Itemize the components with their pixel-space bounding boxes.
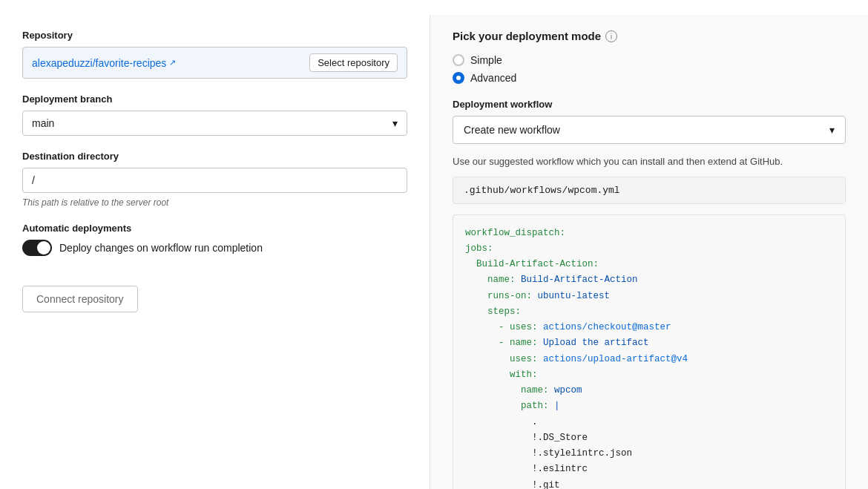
destination-dir-label: Destination directory bbox=[22, 151, 407, 162]
repository-label: Repository bbox=[22, 30, 407, 41]
workflow-dropdown[interactable]: Create new workflow ▾ bbox=[453, 116, 846, 144]
deployment-branch-section: Deployment branch main ▾ bbox=[22, 93, 407, 136]
code-line: uses: actions/upload-artifact@v4 bbox=[465, 352, 833, 367]
auto-deploy-label: Automatic deployments bbox=[22, 223, 407, 234]
code-line: steps: bbox=[465, 304, 833, 320]
code-line: with: bbox=[465, 367, 833, 383]
destination-dir-hint: This path is relative to the server root bbox=[22, 197, 407, 208]
info-icon[interactable]: i bbox=[605, 30, 617, 42]
workflow-dropdown-value: Create new workflow bbox=[464, 124, 560, 136]
left-panel: Repository alexapeduzzi/favorite-recipes… bbox=[0, 15, 430, 489]
code-line: name: Build-Artifact-Action bbox=[465, 272, 833, 288]
auto-deploy-toggle-row: Deploy changes on workflow run completio… bbox=[22, 240, 407, 256]
branch-value: main bbox=[32, 117, 54, 129]
radio-simple-label: Simple bbox=[470, 54, 502, 66]
auto-deploy-toggle-label: Deploy changes on workflow run completio… bbox=[59, 242, 263, 254]
select-repository-button[interactable]: Select repository bbox=[309, 53, 398, 72]
code-line: name: wpcom bbox=[465, 383, 833, 398]
deploy-mode-title-row: Pick your deployment mode i bbox=[453, 30, 846, 42]
deploy-mode-radio-group: Simple Advanced bbox=[453, 54, 846, 84]
repo-link[interactable]: alexapeduzzi/favorite-recipes ↗ bbox=[32, 57, 176, 69]
code-line: Build-Artifact-Action: bbox=[465, 257, 833, 272]
code-line: !.eslintrc bbox=[465, 462, 833, 477]
code-line: runs-on: ubuntu-latest bbox=[465, 289, 833, 304]
destination-dir-input[interactable] bbox=[22, 168, 407, 193]
radio-advanced-circle bbox=[453, 72, 464, 84]
code-line: path: | bbox=[465, 398, 833, 414]
branch-dropdown[interactable]: main ▾ bbox=[22, 111, 407, 136]
repository-section: Repository alexapeduzzi/favorite-recipes… bbox=[22, 30, 407, 79]
external-link-icon: ↗ bbox=[169, 58, 176, 68]
workflow-chevron-icon: ▾ bbox=[829, 124, 835, 136]
radio-simple[interactable]: Simple bbox=[453, 54, 846, 66]
code-line: !.stylelintrc.json bbox=[465, 446, 833, 462]
repository-field: alexapeduzzi/favorite-recipes ↗ Select r… bbox=[22, 47, 407, 79]
code-line: - uses: actions/checkout@master bbox=[465, 320, 833, 335]
code-line: workflow_dispatch: bbox=[465, 226, 833, 241]
chevron-down-icon: ▾ bbox=[392, 117, 398, 129]
destination-dir-section: Destination directory This path is relat… bbox=[22, 151, 407, 208]
radio-simple-circle bbox=[453, 54, 464, 66]
connect-repository-button[interactable]: Connect repository bbox=[22, 286, 138, 312]
code-line: . bbox=[465, 415, 833, 430]
code-line: jobs: bbox=[465, 241, 833, 257]
deployment-branch-label: Deployment branch bbox=[22, 93, 407, 105]
code-preview: workflow_dispatch:jobs: Build-Artifact-A… bbox=[453, 214, 846, 490]
deploy-mode-title: Pick your deployment mode bbox=[453, 30, 601, 42]
radio-advanced[interactable]: Advanced bbox=[453, 72, 846, 84]
filepath-text: .github/workflows/wpcom.yml bbox=[464, 185, 620, 196]
auto-deploy-section: Automatic deployments Deploy changes on … bbox=[22, 223, 407, 256]
radio-advanced-label: Advanced bbox=[470, 72, 516, 84]
code-line: !.DS_Store bbox=[465, 430, 833, 446]
code-line: !.git bbox=[465, 478, 833, 490]
workflow-label: Deployment workflow bbox=[453, 99, 846, 110]
repo-link-text: alexapeduzzi/favorite-recipes bbox=[32, 57, 166, 69]
suggested-text: Use our suggested workflow which you can… bbox=[453, 154, 846, 169]
auto-deploy-toggle[interactable] bbox=[22, 240, 52, 256]
filepath-box: .github/workflows/wpcom.yml bbox=[453, 177, 846, 204]
code-line: - name: Upload the artifact bbox=[465, 335, 833, 351]
right-panel: Pick your deployment mode i Simple Advan… bbox=[430, 15, 868, 489]
